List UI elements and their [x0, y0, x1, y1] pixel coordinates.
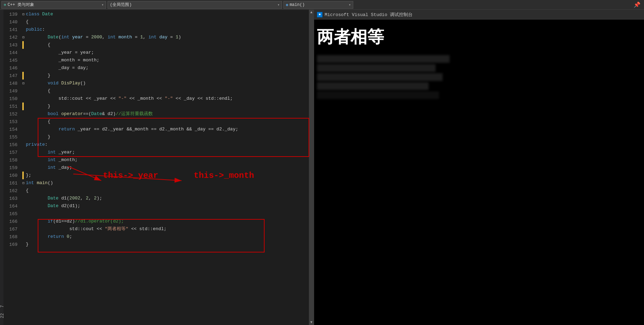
line-content-168: return 0;	[26, 233, 314, 241]
line-num-142: 142	[3, 35, 21, 40]
line-num-145: 145	[3, 58, 21, 63]
annotation-this-month: this->_month	[194, 171, 254, 180]
code-line-145: 145 _month = month;	[3, 56, 314, 64]
blur-row-5	[317, 91, 439, 99]
ind-143	[21, 41, 26, 49]
blur-row-4	[317, 82, 429, 90]
line-num-143: 143	[3, 43, 21, 48]
console-body: 两者相等	[314, 20, 644, 325]
code-line-153: 153 {	[3, 118, 314, 126]
collapse-142[interactable]: ⊟	[21, 35, 26, 39]
line-content-163: Date d1(2002, 2, 2);	[26, 195, 314, 202]
ind-151	[21, 103, 26, 110]
code-line-169: 169 }	[3, 241, 314, 248]
line-num-167: 167	[3, 227, 21, 232]
line-num-163: 163	[3, 196, 21, 201]
line-content-143: {	[26, 41, 314, 49]
toolbar: ⊕ C++ 类与对象 ▾ (全局范围) ▾ ◉ main() ▾ 📌	[0, 0, 644, 10]
gutter-number-22: 22	[0, 313, 5, 318]
line-content-167: std::cout << "两者相等" << std::endl;	[26, 225, 314, 233]
code-line-150: 150 std::cout << _year << "-" << _month …	[3, 95, 314, 103]
line-content-149: {	[26, 87, 314, 95]
code-line-141: 141 public:	[3, 26, 314, 33]
code-line-149: 149 {	[3, 87, 314, 95]
line-content-165	[26, 210, 314, 218]
line-content-142: Date(int year = 2000, int month = 1, int…	[26, 33, 314, 41]
line-content-166: if(d1==d2)//d1.operator(d2);	[26, 218, 314, 225]
code-line-166: 166 if(d1==d2)//d1.operator(d2);	[3, 218, 314, 225]
line-num-148: 148	[3, 81, 21, 86]
line-content-153: {	[26, 118, 314, 126]
line-content-160: };	[26, 172, 314, 179]
code-line-152: 152 bool operator==(Date& d2)//运算符重载函数	[3, 110, 314, 118]
code-line-146: 146 _day = day;	[3, 64, 314, 72]
scroll-down-arrow[interactable]: ▼	[310, 320, 313, 325]
line-num-139: 139	[3, 12, 21, 17]
line-num-161: 161	[3, 181, 21, 186]
blur-row-3	[317, 73, 443, 81]
line-num-153: 153	[3, 119, 21, 124]
scope-dropdown[interactable]: (全局范围) ▾	[108, 1, 282, 9]
class-dropdown[interactable]: ⊕ C++ 类与对象 ▾	[1, 1, 106, 9]
line-num-165: 165	[3, 211, 21, 217]
code-line-162: 162 {	[3, 187, 314, 195]
code-line-155: 155 }	[3, 133, 314, 141]
line-content-139: class Date	[26, 10, 314, 18]
dropdown2-arrow: ▾	[277, 3, 280, 7]
line-content-141: public:	[26, 26, 314, 33]
dropdown3-arrow: ▾	[349, 3, 351, 7]
code-line-163: 163 Date d1(2002, 2, 2);	[3, 195, 314, 202]
code-line-142: 142 ⊟ Date(int year = 2000, int month = …	[3, 33, 314, 41]
line-num-156: 156	[3, 142, 21, 148]
code-line-144: 144 _year = year;	[3, 49, 314, 56]
line-num-160: 160	[3, 173, 21, 178]
line-content-158: int _month;	[26, 156, 314, 164]
code-line-168: 168 return 0;	[3, 233, 314, 241]
line-num-164: 164	[3, 204, 21, 209]
line-content-146: _day = day;	[26, 64, 314, 72]
code-line-151: 151 }	[3, 103, 314, 110]
line-content-148: void DisPlay()	[26, 80, 314, 87]
line-num-157: 157	[3, 150, 21, 155]
function-dropdown[interactable]: ◉ main() ▾	[283, 1, 353, 9]
line-num-168: 168	[3, 234, 21, 240]
line-num-150: 150	[3, 96, 21, 101]
code-line-154: 154 return _year == d2._year &&_month ==…	[3, 126, 314, 133]
line-num-152: 152	[3, 112, 21, 117]
line-num-169: 169	[3, 242, 21, 247]
code-line-165: 165	[3, 210, 314, 218]
code-lines: 139 ⊟ class Date 140 { 141 public: 142 ⊟	[3, 10, 314, 248]
line-content-147: }	[26, 72, 314, 80]
line-num-149: 149	[3, 89, 21, 94]
line-num-151: 151	[3, 104, 21, 109]
line-num-159: 159	[3, 165, 21, 171]
pin-button[interactable]: 📌	[631, 1, 643, 8]
line-content-162: {	[26, 187, 314, 195]
code-line-156: 156 private:	[3, 141, 314, 149]
line-content-164: Date d2(d1);	[26, 202, 314, 210]
code-line-167: 167 std::cout << "两者相等" << std::endl;	[3, 225, 314, 233]
console-blur-area	[317, 55, 641, 99]
blur-row-2	[317, 64, 436, 72]
line-content-159: int _day;	[26, 164, 314, 172]
collapse-161[interactable]: ⊟	[21, 181, 26, 185]
blur-row-1	[317, 55, 450, 63]
line-num-144: 144	[3, 50, 21, 55]
dropdown1-arrow: ▾	[102, 3, 104, 7]
line-num-146: 146	[3, 66, 21, 71]
line-content-156: private:	[26, 141, 314, 149]
code-line-164: 164 Date d2(d1);	[3, 202, 314, 210]
scope-dropdown-label: (全局范围)	[110, 2, 132, 8]
code-editor[interactable]: 7 22 ▲ ▼ 139 ⊟ class Date 140 {	[0, 10, 314, 325]
collapse-148[interactable]: ⊟	[21, 81, 26, 85]
code-line-157: 157 int _year;	[3, 149, 314, 156]
collapse-139[interactable]: ⊟	[21, 12, 26, 16]
line-content-157: int _year;	[26, 149, 314, 156]
line-content-140: {	[26, 18, 314, 26]
code-line-161: 161 ⊟ int main()	[3, 179, 314, 187]
code-line-148: 148 ⊟ void DisPlay()	[3, 80, 314, 87]
line-content-151: }	[26, 103, 314, 110]
function-dropdown-label: main()	[290, 2, 305, 7]
line-num-166: 166	[3, 219, 21, 224]
class-dropdown-label: C++ 类与对象	[8, 2, 35, 8]
